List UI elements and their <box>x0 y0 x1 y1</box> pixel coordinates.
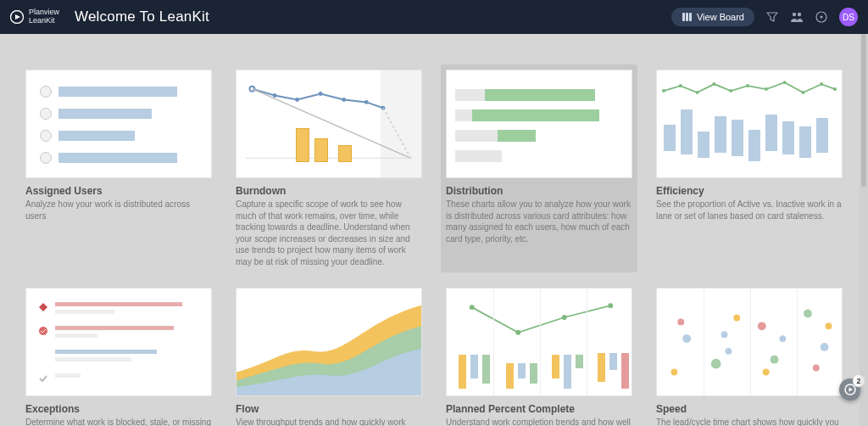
scrollbar[interactable] <box>860 34 868 426</box>
view-board-label: View Board <box>697 12 744 22</box>
card-burndown[interactable]: Burndown Capture a specific scope of wor… <box>236 70 422 267</box>
avatar-initials: DS <box>843 13 854 22</box>
svg-marker-30 <box>39 303 47 311</box>
svg-point-29 <box>833 87 837 91</box>
card-desc: Determine what work is blocked, stale, o… <box>25 417 212 426</box>
svg-point-22 <box>712 82 715 86</box>
svg-marker-52 <box>849 388 854 392</box>
avatar[interactable]: DS <box>839 8 858 26</box>
card-thumb <box>236 288 422 396</box>
card-desc: See the proportion of Active vs. Inactiv… <box>656 199 843 221</box>
card-efficiency[interactable]: Efficiency See the proportion of Active … <box>656 70 843 267</box>
svg-line-16 <box>252 89 410 159</box>
card-title: Efficiency <box>656 185 843 197</box>
app-logo[interactable]: Planview LeanKit <box>10 8 59 25</box>
svg-rect-3 <box>686 13 688 21</box>
svg-point-13 <box>342 98 346 102</box>
card-grid: Assigned Users Analyze how your work is … <box>25 70 843 426</box>
card-title: Flow <box>236 403 422 415</box>
svg-point-50 <box>826 322 832 329</box>
svg-point-46 <box>763 369 770 376</box>
card-desc: Understand work completion trends and ho… <box>446 417 632 426</box>
card-thumb <box>446 288 632 396</box>
card-desc: Analyze how your work is distributed acr… <box>25 199 212 221</box>
svg-rect-2 <box>682 13 685 21</box>
svg-point-47 <box>804 310 812 318</box>
card-distribution[interactable]: Distribution These charts allow you to a… <box>441 64 637 272</box>
topbar: Planview LeanKit Welcome To LeanKit View… <box>0 0 868 34</box>
svg-point-28 <box>820 82 823 86</box>
svg-point-38 <box>677 318 684 325</box>
card-title: Distribution <box>446 185 632 197</box>
svg-point-19 <box>662 89 665 92</box>
users-icon[interactable] <box>790 11 804 23</box>
svg-point-24 <box>746 84 749 87</box>
card-desc: These charts allow you to analyze how yo… <box>446 199 632 244</box>
card-title: Speed <box>656 403 843 415</box>
card-title: Assigned Users <box>25 185 212 197</box>
svg-point-39 <box>711 359 721 369</box>
svg-point-41 <box>733 315 740 322</box>
svg-point-36 <box>670 369 677 376</box>
scrollbar-thumb[interactable] <box>861 34 866 187</box>
help-icon[interactable] <box>815 11 827 23</box>
svg-line-17 <box>383 108 410 158</box>
card-desc: View throughput trends and how quickly w… <box>236 417 422 426</box>
card-grid-scroll: Assigned Users Analyze how your work is … <box>0 34 868 426</box>
check-icon <box>38 373 48 384</box>
svg-point-20 <box>679 84 682 87</box>
svg-point-32 <box>470 305 475 310</box>
board-icon <box>682 12 692 22</box>
svg-point-6 <box>798 13 801 16</box>
card-title: Planned Percent Complete <box>446 403 632 415</box>
card-flow[interactable]: Flow View throughput trends and how quic… <box>236 288 422 426</box>
svg-point-45 <box>779 335 786 342</box>
svg-rect-4 <box>689 13 692 21</box>
svg-point-23 <box>729 89 732 92</box>
card-thumb <box>25 70 212 178</box>
topbar-right: View Board DS <box>671 8 858 26</box>
card-thumb <box>25 288 212 396</box>
svg-point-37 <box>682 334 691 343</box>
stale-icon <box>38 326 48 336</box>
card-title: Burndown <box>236 185 422 197</box>
card-speed[interactable]: Speed The lead/cycle time chart shows ho… <box>656 288 843 426</box>
svg-marker-1 <box>15 14 20 20</box>
planview-logo-icon <box>10 10 24 24</box>
card-assigned-users[interactable]: Assigned Users Analyze how your work is … <box>25 70 212 267</box>
svg-point-49 <box>813 365 820 372</box>
page-title: Welcome To LeanKit <box>75 8 209 25</box>
card-thumb <box>656 70 843 178</box>
svg-point-10 <box>273 93 277 98</box>
svg-point-21 <box>696 91 699 94</box>
card-exceptions[interactable]: Exceptions Determine what work is blocke… <box>25 288 212 426</box>
card-desc: Capture a specific scope of work to see … <box>236 199 422 267</box>
svg-point-11 <box>295 98 299 102</box>
svg-point-31 <box>39 327 47 335</box>
card-title: Exceptions <box>25 403 212 415</box>
card-planned-percent-complete[interactable]: Planned Percent Complete Understand work… <box>446 288 632 426</box>
svg-point-14 <box>364 100 369 104</box>
svg-point-8 <box>821 16 823 19</box>
svg-point-42 <box>725 348 732 355</box>
svg-point-26 <box>783 81 787 84</box>
brand-line-2: LeanKit <box>29 17 59 25</box>
filter-icon[interactable] <box>766 11 778 23</box>
svg-point-33 <box>515 330 520 335</box>
svg-point-25 <box>765 87 768 91</box>
svg-point-43 <box>758 322 766 330</box>
svg-point-27 <box>801 91 804 94</box>
svg-point-40 <box>721 331 728 338</box>
svg-point-12 <box>319 92 323 96</box>
svg-point-44 <box>771 356 779 364</box>
svg-point-35 <box>608 303 613 308</box>
card-thumb <box>236 70 422 178</box>
card-thumb <box>446 70 632 178</box>
blocked-icon <box>38 302 48 312</box>
svg-point-48 <box>821 343 829 351</box>
svg-point-5 <box>793 13 796 16</box>
svg-point-34 <box>562 315 567 320</box>
view-board-button[interactable]: View Board <box>671 8 754 26</box>
intercom-launcher[interactable]: 2 <box>839 378 861 401</box>
card-desc: The lead/cycle time chart shows how quic… <box>656 417 843 426</box>
